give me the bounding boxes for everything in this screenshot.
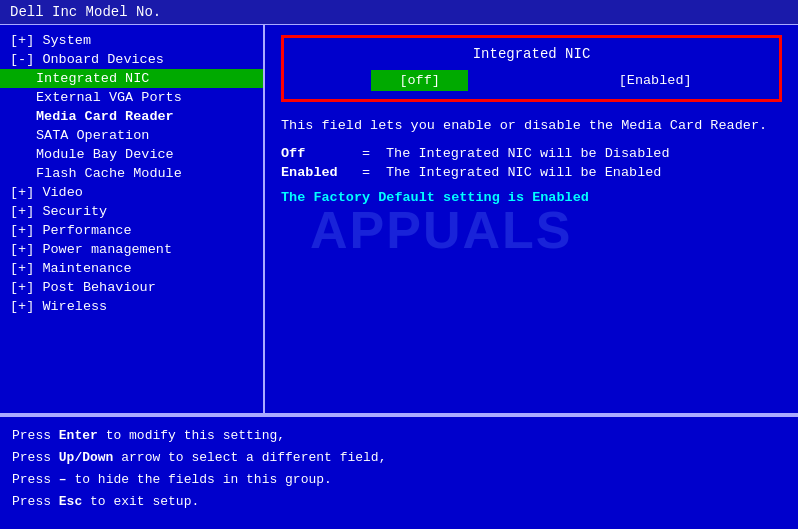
desc-rows: Off=The Integrated NIC will be DisabledE… bbox=[281, 146, 782, 180]
menu-item-system[interactable]: [+] System bbox=[0, 31, 263, 50]
right-panel: Integrated NIC [off] [Enabled] This fiel… bbox=[265, 25, 798, 413]
enabled-label: [Enabled] bbox=[619, 73, 692, 88]
nic-title: Integrated NIC bbox=[296, 46, 767, 62]
menu-item-flash-cache[interactable]: Flash Cache Module bbox=[0, 164, 263, 183]
footer: Press Enter to modify this setting,Press… bbox=[0, 415, 798, 521]
nic-box: Integrated NIC [off] [Enabled] bbox=[281, 35, 782, 102]
menu-item-wireless[interactable]: [+] Wireless bbox=[0, 297, 263, 316]
factory-prefix: The Factory Default setting is bbox=[281, 190, 532, 205]
menu-item-onboard-devices[interactable]: [-] Onboard Devices bbox=[0, 50, 263, 69]
menu-item-media-card-reader[interactable]: Media Card Reader bbox=[0, 107, 263, 126]
left-panel: [+] System[-] Onboard DevicesIntegrated … bbox=[0, 25, 265, 413]
menu-item-performance[interactable]: [+] Performance bbox=[0, 221, 263, 240]
factory-value: Enabled bbox=[532, 190, 589, 205]
footer-line-3: Press Esc to exit setup. bbox=[12, 491, 786, 513]
desc-val-1: The Integrated NIC will be Enabled bbox=[386, 165, 782, 180]
title-text: Dell Inc Model No. bbox=[10, 4, 161, 20]
menu-item-post-behaviour[interactable]: [+] Post Behaviour bbox=[0, 278, 263, 297]
desc-eq-0: = bbox=[356, 146, 376, 161]
desc-row-0: Off=The Integrated NIC will be Disabled bbox=[281, 146, 782, 161]
off-button[interactable]: [off] bbox=[371, 70, 468, 91]
footer-line-2: Press – to hide the fields in this group… bbox=[12, 469, 786, 491]
menu-item-power-mgmt[interactable]: [+] Power management bbox=[0, 240, 263, 259]
description-text: This field lets you enable or disable th… bbox=[281, 116, 782, 136]
menu-item-security[interactable]: [+] Security bbox=[0, 202, 263, 221]
title-bar: Dell Inc Model No. bbox=[0, 0, 798, 25]
menu-item-module-bay[interactable]: Module Bay Device bbox=[0, 145, 263, 164]
menu-item-external-vga[interactable]: External VGA Ports bbox=[0, 88, 263, 107]
desc-eq-1: = bbox=[356, 165, 376, 180]
menu-item-integrated-nic[interactable]: Integrated NIC bbox=[0, 69, 263, 88]
nic-buttons: [off] [Enabled] bbox=[296, 70, 767, 91]
footer-line-1: Press Up/Down arrow to select a differen… bbox=[12, 447, 786, 469]
desc-key-0: Off bbox=[281, 146, 346, 161]
footer-line-0: Press Enter to modify this setting, bbox=[12, 425, 786, 447]
menu-item-sata-operation[interactable]: SATA Operation bbox=[0, 126, 263, 145]
desc-row-1: Enabled=The Integrated NIC will be Enabl… bbox=[281, 165, 782, 180]
desc-val-0: The Integrated NIC will be Disabled bbox=[386, 146, 782, 161]
factory-default: The Factory Default setting is Enabled bbox=[281, 190, 782, 205]
menu-item-video[interactable]: [+] Video bbox=[0, 183, 263, 202]
main-layout: [+] System[-] Onboard DevicesIntegrated … bbox=[0, 25, 798, 415]
watermark: APPUALS bbox=[310, 200, 572, 260]
menu-item-maintenance[interactable]: [+] Maintenance bbox=[0, 259, 263, 278]
desc-key-1: Enabled bbox=[281, 165, 346, 180]
